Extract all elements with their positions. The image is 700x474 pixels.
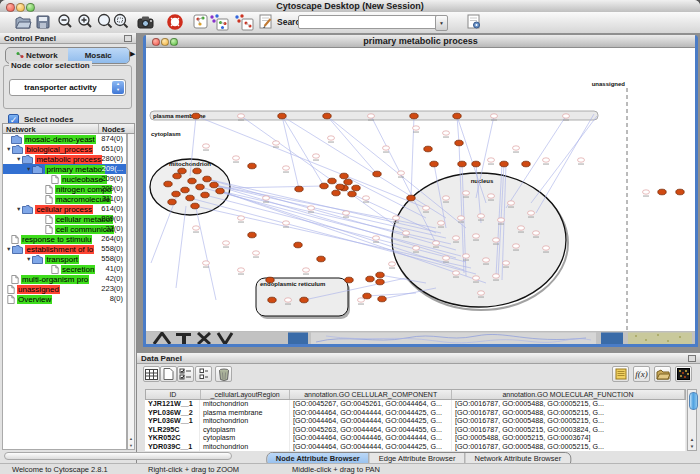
table-scroll-down-icon[interactable]: ▼ <box>688 444 696 449</box>
new-network-icon[interactable] <box>233 13 253 31</box>
tree-header-network: Network <box>6 125 36 134</box>
zoom-selected-icon[interactable] <box>112 13 132 31</box>
table-vertical-scrollbar[interactable]: ▲ ▼ <box>687 389 697 451</box>
tree-row[interactable]: unassigned223(0) <box>3 284 126 294</box>
node-color-dropdown[interactable]: transporter activity ▲▼ <box>9 79 126 96</box>
help-icon[interactable] <box>166 13 186 31</box>
tree-row-label: nucleobase- <box>61 175 107 184</box>
table-row[interactable]: YPL036W__1mitochondrion[GO:0044464, GO:0… <box>145 417 686 426</box>
search-dropdown-arrow[interactable]: ▼ <box>435 15 448 31</box>
tree-row-count: 311(0) <box>102 194 123 204</box>
attribute-table-header[interactable]: ID_cellularLayoutRegionannotation.GO CEL… <box>145 389 686 400</box>
table-row[interactable]: YDR039C__1mitochondrion[GO:0044464, GO:0… <box>145 443 686 452</box>
column-header[interactable]: ID <box>146 390 201 399</box>
expand-arrow-icon[interactable]: ▼ <box>6 146 11 152</box>
tree-row[interactable]: nitrogen compo209(0) <box>3 184 126 194</box>
tree-row[interactable]: Overview8(0) <box>3 294 126 304</box>
tree-row-count: 614(0) <box>101 204 123 214</box>
table-cell: YDR039C__1 <box>145 443 200 452</box>
matrix-icon[interactable] <box>675 366 692 382</box>
folder-icon <box>32 255 43 264</box>
tree-row[interactable]: ▼biological_process651(0) <box>3 144 126 154</box>
file-icon <box>7 295 15 304</box>
cytoscape-window: Cytoscape Desktop (New Session) <box>0 0 700 474</box>
control-panel: Control Panel Network Mosaic ▶ Node colo… <box>0 33 137 463</box>
notes-icon[interactable] <box>612 366 629 382</box>
tree-row-count: 558(0) <box>101 254 123 264</box>
tree-row[interactable]: secretion41(0) <box>3 264 126 274</box>
tree-row[interactable]: multi-organism pro42(0) <box>3 274 126 284</box>
scroll-up-icon[interactable]: ▲ <box>128 436 134 441</box>
open-session-button[interactable] <box>14 13 34 31</box>
zoom-out-icon[interactable] <box>56 13 76 31</box>
table-cell: [GO:0044464, GO:0044444, GO:0044425, G..… <box>290 409 452 418</box>
table-cell: YPL036W__1 <box>145 417 200 426</box>
node-color-selection-legend: Node color selection <box>9 61 92 70</box>
scroll-thumb[interactable] <box>689 392 698 410</box>
tree-row[interactable]: ▼metabolic process280(0) <box>3 154 126 164</box>
search-settings-icon[interactable] <box>466 13 486 31</box>
unselect-attributes-icon[interactable] <box>195 366 212 382</box>
expand-arrow-icon[interactable]: ▼ <box>16 206 21 212</box>
column-header[interactable]: _cellularLayoutRegion <box>201 390 291 399</box>
folder-icon <box>12 145 23 154</box>
save-session-button[interactable] <box>34 13 54 31</box>
select-attributes-icon[interactable] <box>177 366 194 382</box>
table-cell: YKR052C <box>145 434 200 443</box>
status-pan-hint: Middle-click + drag to PAN <box>292 465 380 474</box>
control-panel-titlebar: Control Panel <box>0 33 136 44</box>
table-cell: mitochondrion <box>200 417 290 426</box>
table-cell: [GO:0045267, GO:0045261, GO:0044464, G..… <box>290 400 452 409</box>
window-title: Cytoscape Desktop (New Session) <box>0 0 700 12</box>
snapshot-icon[interactable] <box>136 13 156 31</box>
network-view-titlebar[interactable]: primary metabolic process <box>146 35 695 48</box>
tree-row[interactable]: response to stimulu264(0) <box>3 234 126 244</box>
formula-icon[interactable]: f(x) <box>633 366 650 382</box>
network-canvas-area[interactable]: plasma membranecytoplasmmitochondrionnuc… <box>146 48 695 331</box>
tree-row[interactable]: nucleobase-209(0) <box>3 174 126 184</box>
tree-row[interactable]: cell communicat22(0) <box>3 224 126 234</box>
column-header[interactable]: annotation.GO CELLULAR_COMPONENT <box>290 390 451 399</box>
expand-arrow-icon[interactable]: ▼ <box>26 256 31 262</box>
tree-row-count: 209(0) <box>101 174 123 184</box>
search-input[interactable] <box>298 15 438 29</box>
table-row[interactable]: YPL036W__2plasma membrane[GO:0044464, GO… <box>145 409 686 418</box>
scroll-down-icon[interactable]: ▼ <box>128 443 134 448</box>
tree-scrollbar[interactable]: ▲ ▼ <box>127 134 135 450</box>
tree-row[interactable]: ▼establishment of lo558(0) <box>3 244 126 254</box>
table-scroll-up-icon[interactable]: ▲ <box>688 437 696 442</box>
column-header[interactable]: annotation.GO MOLECULAR_FUNCTION <box>452 390 685 399</box>
tree-row[interactable]: ▼primary metabol209(... <box>3 164 126 174</box>
new-attribute-icon[interactable] <box>160 366 177 382</box>
tree-row[interactable]: macromolecule311(0) <box>3 194 126 204</box>
new-network-from-selection-icon[interactable] <box>208 13 228 31</box>
table-cell: [GO:0016787, GO:0005488, GO:0005215, G..… <box>452 400 686 409</box>
annotation-icon[interactable] <box>258 13 278 31</box>
table-row[interactable]: YLR295Ccytoplasm[GO:0045263, GO:0044464,… <box>145 426 686 435</box>
float-panel-icon[interactable] <box>124 35 132 42</box>
tree-row[interactable]: ▼cellular process614(0) <box>3 204 126 214</box>
tree-row-label: establishment of lo <box>25 245 94 254</box>
tree-row-label: secretion <box>61 265 95 274</box>
delete-attribute-icon[interactable] <box>215 366 232 382</box>
horizontal-scrollbar[interactable] <box>4 452 232 460</box>
tree-row[interactable]: ▼transport558(0) <box>3 254 126 264</box>
more-tabs-arrow[interactable]: ▶ <box>130 50 135 58</box>
expand-arrow-icon[interactable]: ▼ <box>26 166 31 172</box>
tree-row[interactable]: cellular metabol209(0) <box>3 214 126 224</box>
tree-row-label: Overview <box>17 295 52 304</box>
import-attributes-icon[interactable] <box>654 366 671 382</box>
expand-arrow-icon[interactable]: ▼ <box>16 156 21 162</box>
table-row[interactable]: YJR121W__1mitochondrion[GO:0045267, GO:0… <box>145 400 686 409</box>
float-data-panel-icon[interactable] <box>688 355 696 362</box>
tree-row-label: mosaic-demo-yeast <box>24 135 96 144</box>
expand-arrow-icon[interactable]: ▼ <box>6 246 11 252</box>
attribute-table-icon[interactable] <box>143 366 160 382</box>
tree-row-count: 22(0) <box>105 224 123 234</box>
table-row[interactable]: YKR052Ccytoplasm[GO:0044464, GO:0044446,… <box>145 434 686 443</box>
tree-row[interactable]: mosaic-demo-yeast874(0) <box>3 134 126 144</box>
zoom-in-icon[interactable] <box>76 13 96 31</box>
data-panel-titlebar: Data Panel <box>137 353 700 364</box>
network-view-window: primary metabolic process plasma membran… <box>143 35 698 347</box>
table-cell: [GO:0016787, GO:0005488, GO:0005215, G..… <box>452 409 686 418</box>
